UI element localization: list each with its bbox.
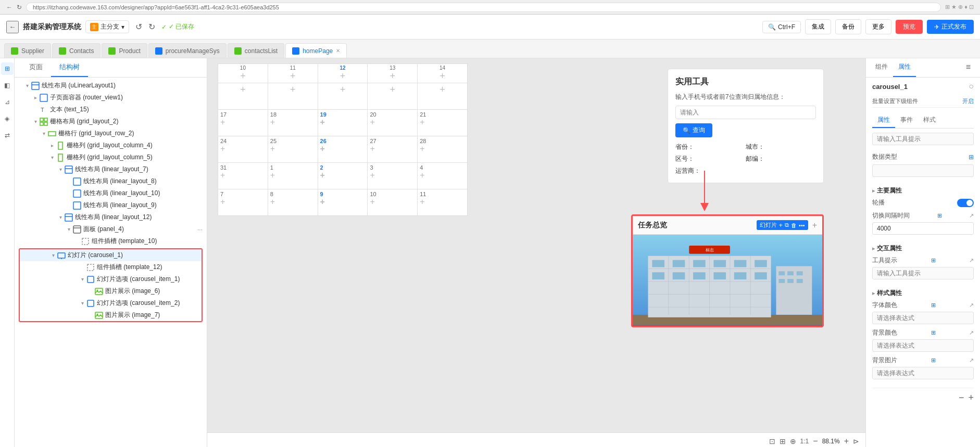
tab-supplier[interactable]: Supplier: [4, 43, 51, 58]
tool-input[interactable]: [675, 106, 816, 119]
interval-input[interactable]: [872, 222, 974, 235]
backup-button[interactable]: 备份: [835, 19, 861, 34]
carousel-more-btn[interactable]: •••: [799, 222, 805, 228]
tab-product[interactable]: Product: [102, 43, 147, 58]
data-type-bind-icon[interactable]: ⊞: [969, 154, 974, 161]
tree-item-linear1[interactable]: ▾ 线性布局 (uLinearLayout1): [15, 80, 207, 92]
search-button[interactable]: 🔍 Ctrl+F: [762, 21, 801, 33]
minus-btn[interactable]: −: [959, 392, 964, 403]
tree-toggle[interactable]: ▸: [48, 142, 56, 150]
tree-more-icon[interactable]: ···: [197, 226, 203, 233]
tab-procuremanagesys[interactable]: procureManageSys: [148, 43, 227, 58]
tree-toggle[interactable]: ▾: [78, 275, 86, 284]
data-type-input[interactable]: [872, 164, 974, 177]
carousel-add-btn[interactable]: +: [779, 221, 783, 229]
tooltip-bind-icon[interactable]: ⊞: [931, 257, 936, 264]
tab-contacts[interactable]: Contacts: [52, 43, 100, 58]
tree-item-panel4[interactable]: ▾ 面板 (panel_4) ···: [15, 223, 207, 235]
fullscreen-btn[interactable]: ⊳: [853, 437, 859, 445]
back-button[interactable]: ←: [6, 21, 19, 33]
interval-expand-icon[interactable]: ↗: [969, 212, 974, 219]
tree-item-text15[interactable]: ▸ T 文本 (text_15): [15, 104, 207, 116]
tree-item-grid-row2[interactable]: ▾ 栅格行 (grid_layout_row_2): [15, 127, 207, 139]
center-icon[interactable]: ⊕: [790, 437, 796, 445]
tree-item-grid-col5[interactable]: ▾ 栅格列 (grid_layout_column_5): [15, 151, 207, 163]
sidebar-pages-icon[interactable]: ⊞: [1, 62, 14, 75]
address-bar[interactable]: https://itzhang.codewave.163.com/designe…: [26, 3, 941, 12]
batch-open-btn[interactable]: 开启: [962, 97, 974, 105]
more-button[interactable]: 更多: [865, 19, 891, 34]
tooltip-expand-icon[interactable]: ↗: [969, 257, 974, 264]
bg-color-expand-icon[interactable]: ↗: [969, 329, 974, 336]
tree-item-carousel-item1[interactable]: ▾ 幻灯片选项 (carousel_item_1): [20, 273, 202, 285]
task-add-btn[interactable]: +: [812, 221, 817, 230]
tree-toggle[interactable]: ▾: [56, 165, 65, 174]
prop-tab-events[interactable]: 事件: [895, 113, 918, 128]
tool-query-button[interactable]: 🔍 查询: [675, 123, 712, 137]
font-color-input[interactable]: [872, 312, 974, 324]
sidebar-flow-icon[interactable]: ⇄: [1, 129, 14, 142]
sidebar-data-icon[interactable]: ◈: [1, 112, 14, 125]
tree-item-template10[interactable]: ▸ 组件插槽 (template_10): [15, 235, 207, 247]
integrate-button[interactable]: 集成: [805, 19, 831, 34]
tree-item-linear10[interactable]: ▸ 线性布局 (linear_layout_10): [15, 187, 207, 199]
sidebar-logic-icon[interactable]: ⊿: [1, 96, 14, 108]
browser-refresh[interactable]: ↻: [17, 4, 22, 11]
tree-item-linear8[interactable]: ▸ 线性布局 (linear_layout_8): [15, 175, 207, 187]
tree-toggle[interactable]: ▾: [65, 225, 73, 234]
tree-item-grid-col4[interactable]: ▸ 栅格列 (grid_layout_column_4): [15, 139, 207, 151]
bg-color-bind-icon[interactable]: ⊞: [931, 329, 936, 336]
carousel-toggle[interactable]: [957, 199, 974, 207]
carousel-delete-btn[interactable]: 🗑: [791, 222, 797, 228]
preview-button[interactable]: 预览: [896, 20, 923, 34]
tab-close-homepage[interactable]: ✕: [336, 48, 340, 54]
tree-item-image6[interactable]: ▸ 图片展示 (image_6): [20, 285, 202, 297]
tree-item-image7[interactable]: ▸ 图片展示 (image_7): [20, 309, 202, 321]
bg-image-input[interactable]: [872, 367, 974, 379]
tree-item-linear9[interactable]: ▸ 线性布局 (linear_layout_9): [15, 199, 207, 211]
tree-item-linear12[interactable]: ▾ 线性布局 (linear_layout_12): [15, 211, 207, 223]
branch-selector[interactable]: 主 主分支 ▾: [85, 20, 129, 33]
panel-tab-pages[interactable]: 页面: [21, 58, 51, 77]
bg-color-input[interactable]: [872, 339, 974, 352]
bg-image-bind-icon[interactable]: ⊞: [931, 357, 936, 364]
right-tab-props[interactable]: 属性: [893, 58, 916, 77]
tree-toggle[interactable]: ▸: [31, 94, 40, 102]
expand-icon[interactable]: ⊞: [780, 437, 786, 445]
redo-button[interactable]: ↻: [146, 20, 157, 34]
font-color-expand-icon[interactable]: ↗: [969, 302, 974, 309]
tree-toggle[interactable]: ▾: [40, 130, 48, 138]
plus-btn[interactable]: +: [968, 392, 974, 403]
zoom-out-btn[interactable]: −: [813, 437, 818, 446]
undo-button[interactable]: ↺: [133, 20, 144, 34]
font-color-bind-icon[interactable]: ⊞: [931, 302, 936, 309]
panel-tab-tree[interactable]: 结构树: [51, 58, 88, 77]
tree-item-template12[interactable]: ▸ 组件插槽 (template_12): [20, 261, 202, 273]
tree-toggle[interactable]: ▾: [49, 251, 57, 260]
tree-item-carousel-item2[interactable]: ▾ 幻灯片选项 (carousel_item_2): [20, 297, 202, 309]
interval-bind-icon[interactable]: ⊞: [937, 212, 942, 219]
tree-item-grid2[interactable]: ▾ 栅格布局 (grid_layout_2): [15, 116, 207, 127]
tree-toggle[interactable]: ▾: [31, 118, 40, 126]
right-tab-settings[interactable]: ≡: [961, 58, 976, 77]
sidebar-components-icon[interactable]: ◧: [1, 79, 14, 92]
tab-homepage[interactable]: homePage ✕: [285, 43, 347, 58]
tree-item-carousel1[interactable]: ▾ 幻灯片 (carousel_1): [20, 249, 202, 261]
tree-item-router[interactable]: ▸ 子页面容器 (router_view1): [15, 92, 207, 104]
carousel-copy-btn[interactable]: ⧉: [785, 222, 789, 228]
prop-tab-props[interactable]: 属性: [872, 113, 895, 128]
prop-tab-style[interactable]: 样式: [918, 113, 941, 128]
tree-toggle[interactable]: ▾: [48, 154, 56, 162]
zoom-in-btn[interactable]: +: [844, 437, 849, 446]
right-tab-component[interactable]: 组件: [870, 58, 893, 77]
tree-toggle[interactable]: ▾: [23, 82, 31, 90]
bg-image-expand-icon[interactable]: ↗: [969, 357, 974, 364]
release-button[interactable]: ✈ 正式发布: [927, 20, 974, 34]
browser-back[interactable]: ←: [6, 4, 12, 11]
tab-contactslist[interactable]: contactsList: [228, 43, 284, 58]
tooltip-input[interactable]: [872, 133, 974, 145]
tooltip-value-input[interactable]: [872, 267, 974, 279]
tree-item-linear7[interactable]: ▾ 线性布局 (linear_layout_7): [15, 163, 207, 175]
tree-toggle[interactable]: ▾: [78, 299, 86, 308]
tree-toggle[interactable]: ▾: [56, 213, 65, 222]
